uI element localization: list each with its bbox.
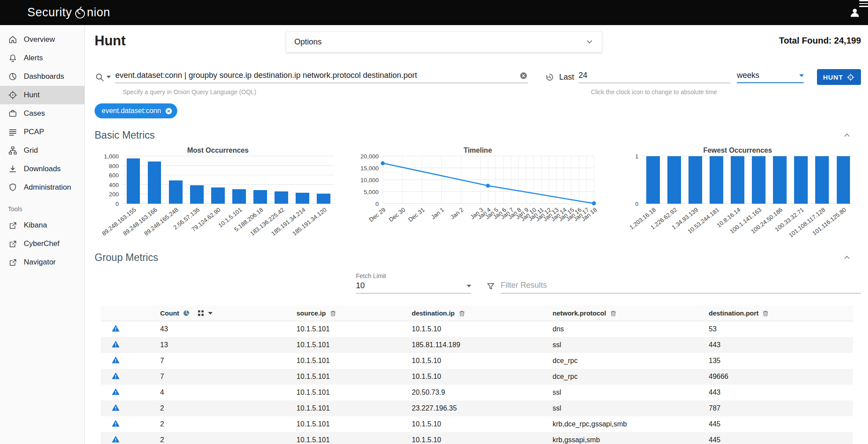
- sidebar-item-label: Downloads: [24, 165, 61, 173]
- query-input[interactable]: [115, 71, 519, 80]
- bar[interactable]: [689, 156, 702, 204]
- warning-icon[interactable]: [111, 435, 120, 444]
- bar[interactable]: [317, 194, 330, 204]
- chart-title: Timeline: [357, 147, 599, 156]
- bar[interactable]: [169, 180, 183, 204]
- table-cell: 10.1.5.10: [412, 321, 553, 337]
- data-point[interactable]: [486, 183, 490, 187]
- table-header-row: Count source.ip: [101, 306, 853, 321]
- total-found-value: 24,199: [834, 36, 861, 45]
- sidebar-item-overview[interactable]: Overview: [0, 30, 84, 49]
- hunt-button[interactable]: HUNT: [817, 69, 861, 85]
- table-row[interactable]: 710.1.5.10110.1.5.10dce_rpc49666: [101, 369, 853, 385]
- time-value-input[interactable]: [579, 71, 731, 80]
- bar[interactable]: [773, 156, 787, 204]
- chart-title: Most Occurrences: [97, 147, 339, 156]
- bar[interactable]: [837, 156, 850, 204]
- bar[interactable]: [127, 158, 140, 204]
- bar[interactable]: [232, 189, 246, 204]
- group-by-icon[interactable]: [197, 309, 205, 317]
- trash-icon[interactable]: [610, 309, 617, 317]
- table-cell: 787: [709, 400, 853, 416]
- x-tick-label: Dec 29: [368, 206, 387, 223]
- table-cell: 10.1.5.10: [412, 432, 553, 444]
- bar[interactable]: [646, 156, 660, 204]
- warning-icon[interactable]: [111, 356, 120, 364]
- download-icon: [8, 164, 18, 174]
- clear-query-button[interactable]: [519, 71, 528, 80]
- table-cell: 2: [160, 400, 297, 416]
- bar[interactable]: [794, 156, 808, 204]
- bar[interactable]: [275, 191, 288, 204]
- table-row[interactable]: 1310.1.5.101185.81.114.189ssl443: [101, 337, 853, 353]
- table-row[interactable]: 710.1.5.10110.1.5.10dce_rpc135: [101, 353, 853, 369]
- options-dropdown[interactable]: Options: [286, 31, 602, 52]
- table-cell: 49666: [709, 369, 853, 385]
- sidebar-item-cases[interactable]: Cases: [0, 104, 84, 123]
- table-row[interactable]: 210.1.5.10110.1.5.10krb,dce_rpc,gssapi,s…: [101, 416, 853, 432]
- time-value-field: [579, 71, 731, 83]
- warning-icon[interactable]: [111, 419, 120, 428]
- sidebar-item-administration[interactable]: Administration: [0, 178, 84, 197]
- table-cell: 445: [709, 432, 853, 444]
- sidebar-item-pcap[interactable]: PCAP: [0, 123, 84, 141]
- bar[interactable]: [752, 156, 765, 204]
- warning-icon[interactable]: [111, 387, 120, 396]
- warning-icon[interactable]: [111, 324, 120, 333]
- hunt-button-label: HUNT: [823, 73, 843, 81]
- time-unit-select[interactable]: weeks: [737, 71, 804, 83]
- sidebar-item-label: Overview: [24, 35, 55, 44]
- chip-close-icon[interactable]: [165, 107, 173, 115]
- bar[interactable]: [815, 156, 829, 204]
- query-history-caret-icon[interactable]: [106, 76, 111, 78]
- table-cell: 43: [160, 321, 297, 337]
- absolute-time-button[interactable]: [545, 72, 555, 82]
- sidebar-item-cyberchef[interactable]: CyberChef: [0, 235, 84, 253]
- menu-toggle-button[interactable]: [0, 0, 25, 25]
- search-icon[interactable]: [95, 72, 105, 82]
- sidebar-item-navigator[interactable]: Navigator: [0, 253, 84, 272]
- warning-icon[interactable]: [111, 403, 120, 412]
- data-point[interactable]: [381, 161, 385, 165]
- pie-chart-icon[interactable]: [183, 309, 190, 317]
- bar[interactable]: [296, 193, 309, 204]
- sidebar-item-label: Hunt: [24, 91, 40, 99]
- table-cell: ssl: [553, 400, 709, 416]
- warning-icon[interactable]: [111, 371, 120, 380]
- sidebar-item-kibana[interactable]: Kibana: [0, 216, 84, 235]
- table-row[interactable]: 210.1.5.10123.227.196.35ssl787: [101, 400, 853, 416]
- sidebar-item-alerts[interactable]: Alerts: [0, 49, 84, 67]
- crosshair-icon: [846, 73, 855, 81]
- column-label: destination.ip: [412, 309, 455, 317]
- filter-results-input[interactable]: [501, 281, 861, 294]
- table-row[interactable]: 210.1.5.10110.1.5.10krb,gssapi,smb445: [101, 432, 853, 444]
- trash-icon[interactable]: [762, 309, 769, 317]
- sidebar-item-grid[interactable]: Grid: [0, 141, 84, 160]
- table-cell: 10.1.5.101: [297, 337, 412, 353]
- trash-icon[interactable]: [330, 309, 337, 317]
- table-cell: krb,gssapi,smb: [553, 432, 709, 444]
- collapse-basic-metrics-button[interactable]: [842, 131, 851, 139]
- bar[interactable]: [731, 156, 744, 204]
- sidebar-item-dashboards[interactable]: Dashboards: [0, 67, 84, 86]
- trash-icon[interactable]: [458, 309, 465, 317]
- warning-icon[interactable]: [111, 340, 120, 349]
- tools-section-label: Tools: [0, 197, 84, 216]
- fetch-limit-select[interactable]: Fetch Limit 10: [356, 272, 471, 294]
- sidebar-item-downloads[interactable]: Downloads: [0, 160, 84, 178]
- filter-chip[interactable]: event.dataset:conn: [95, 103, 177, 118]
- y-tick-label: 600: [109, 172, 119, 179]
- table-row[interactable]: 4310.1.5.10110.1.5.10dns53: [101, 321, 853, 337]
- bar[interactable]: [190, 185, 204, 204]
- caret-down-icon[interactable]: [208, 312, 212, 315]
- collapse-group-metrics-button[interactable]: [842, 253, 851, 262]
- bar[interactable]: [667, 156, 681, 204]
- bar[interactable]: [253, 190, 267, 204]
- bar[interactable]: [148, 161, 161, 204]
- bar[interactable]: [211, 187, 225, 204]
- bar[interactable]: [710, 156, 723, 204]
- table-cell: 10.1.5.101: [297, 353, 412, 369]
- sidebar-item-hunt[interactable]: Hunt: [0, 86, 84, 104]
- table-cell: ssl: [553, 385, 709, 400]
- table-row[interactable]: 410.1.5.10120.50.73.9ssl443: [101, 385, 853, 400]
